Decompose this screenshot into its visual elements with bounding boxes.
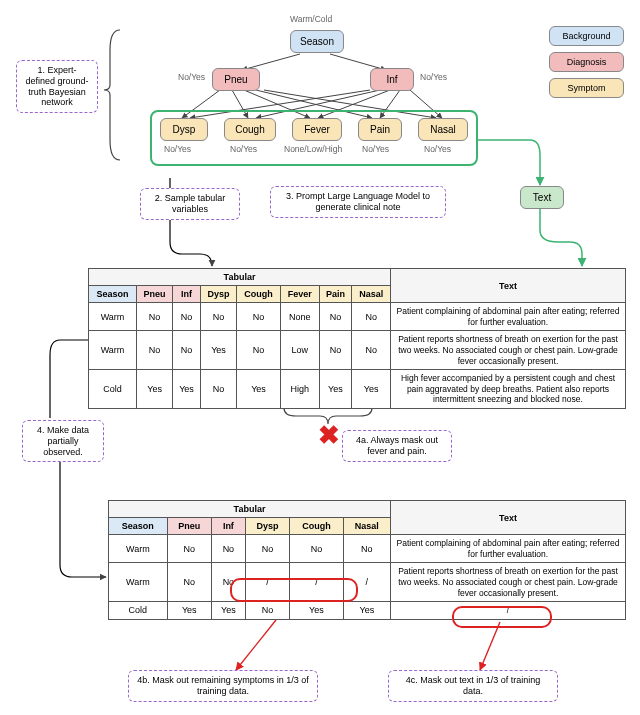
table-cell: Yes xyxy=(136,370,172,409)
table2-header: Dysp xyxy=(245,518,289,535)
table-row: WarmNoNo///Patient reports shortness of … xyxy=(109,563,626,602)
step-4b-box: 4b. Mask out remaining symptoms in 1/3 o… xyxy=(128,670,318,702)
table-cell: No xyxy=(245,602,289,620)
table-row: WarmNoNoYesNoLowNoNoPatient reports shor… xyxy=(89,331,626,370)
step-4-box: 4. Make data partially observed. xyxy=(22,420,104,462)
table2-header: Cough xyxy=(290,518,344,535)
node-nasal: Nasal xyxy=(418,118,468,141)
table-cell: Yes xyxy=(237,370,281,409)
table-cell: / xyxy=(343,563,390,602)
step-3-text: 3. Prompt Large Language Model to genera… xyxy=(286,191,430,212)
table-cell: Cold xyxy=(109,602,168,620)
dysp-vals-label: No/Yes xyxy=(164,144,191,154)
table2-header: Season xyxy=(109,518,168,535)
table-row: ColdYesYesNoYesHighYesYesHigh fever acco… xyxy=(89,370,626,409)
step-4c-box: 4c. Mask out text in 1/3 of training dat… xyxy=(388,670,558,702)
table-text-cell: Patient complaining of abdominal pain af… xyxy=(391,303,626,331)
step-4a-box: 4a. Always mask out fever and pain. xyxy=(342,430,452,462)
table-cell: / xyxy=(245,563,289,602)
table-cell: Yes xyxy=(343,602,390,620)
table-cell: No xyxy=(173,303,201,331)
table1-header: Season xyxy=(89,286,137,303)
table-cell: No xyxy=(136,331,172,370)
node-dysp: Dysp xyxy=(160,118,208,141)
svg-line-12 xyxy=(236,620,276,670)
node-fever: Fever xyxy=(292,118,342,141)
inf-vals-label: No/Yes xyxy=(420,72,447,82)
table-cell: No xyxy=(167,563,211,602)
table-text-cell: Patient reports shortness of breath on e… xyxy=(391,563,626,602)
table-row: ColdYesYesNoYesYes/ xyxy=(109,602,626,620)
node-season: Season xyxy=(290,30,344,53)
step-1-text: 1. Expert-defined ground-truth Bayesian … xyxy=(25,65,88,107)
table-text-cell: / xyxy=(391,602,626,620)
table-cell: No xyxy=(343,535,390,563)
table-cell: No xyxy=(290,535,344,563)
table2-header: Pneu xyxy=(167,518,211,535)
step-4b-text: 4b. Mask out remaining symptoms in 1/3 o… xyxy=(137,675,309,696)
table-cell: No xyxy=(173,331,201,370)
step-2-text: 2. Sample tabular variables xyxy=(155,193,226,214)
table-cell: High xyxy=(280,370,319,409)
table1-header: Dysp xyxy=(200,286,236,303)
table-cell: Yes xyxy=(319,370,352,409)
table-cell: None xyxy=(280,303,319,331)
table-row: WarmNoNoNoNoNoneNoNoPatient complaining … xyxy=(89,303,626,331)
step-4c-text: 4c. Mask out text in 1/3 of training dat… xyxy=(406,675,541,696)
step-4a-text: 4a. Always mask out fever and pain. xyxy=(356,435,438,456)
table1-header: Pneu xyxy=(136,286,172,303)
table-cell: No xyxy=(352,303,391,331)
node-text: Text xyxy=(520,186,564,209)
step-2-box: 2. Sample tabular variables xyxy=(140,188,240,220)
table1-super-tabular: Tabular xyxy=(89,269,391,286)
table-cell: No xyxy=(200,303,236,331)
season-vals-label: Warm/Cold xyxy=(290,14,332,24)
legend-background: Background xyxy=(549,26,624,46)
table2-super-text: Text xyxy=(391,501,626,535)
table2-super-tabular: Tabular xyxy=(109,501,391,518)
legend: Background Diagnosis Symptom xyxy=(549,26,624,98)
table-cell: Warm xyxy=(89,303,137,331)
table-cell: No xyxy=(352,331,391,370)
diagram-root: 1. Expert-defined ground-truth Bayesian … xyxy=(10,10,630,705)
nasal-vals-label: No/Yes xyxy=(424,144,451,154)
legend-diagnosis: Diagnosis xyxy=(549,52,624,72)
table1-header: Cough xyxy=(237,286,281,303)
table-cell: Warm xyxy=(109,535,168,563)
table1-header: Nasal xyxy=(352,286,391,303)
table1-header: Inf xyxy=(173,286,201,303)
table-row: WarmNoNoNoNoNoPatient complaining of abd… xyxy=(109,535,626,563)
step-1-box: 1. Expert-defined ground-truth Bayesian … xyxy=(16,60,98,113)
table-cell: No xyxy=(136,303,172,331)
fever-vals-label: None/Low/High xyxy=(284,144,342,154)
table2-header: Inf xyxy=(211,518,245,535)
step-3-box: 3. Prompt Large Language Model to genera… xyxy=(270,186,446,218)
table-cell: No xyxy=(200,370,236,409)
table-cell: Cold xyxy=(89,370,137,409)
node-pain: Pain xyxy=(358,118,402,141)
table-cell: No xyxy=(167,535,211,563)
table-cell: / xyxy=(290,563,344,602)
table-cell: No xyxy=(237,331,281,370)
step-4-text: 4. Make data partially observed. xyxy=(37,425,89,457)
cough-vals-label: No/Yes xyxy=(230,144,257,154)
table-cell: Yes xyxy=(200,331,236,370)
table1-header: Pain xyxy=(319,286,352,303)
table-cell: Yes xyxy=(352,370,391,409)
table-cell: No xyxy=(211,535,245,563)
table-cell: Yes xyxy=(173,370,201,409)
table1-super-text: Text xyxy=(391,269,626,303)
table-cell: No xyxy=(237,303,281,331)
mask-cross-icon: ✖ xyxy=(318,420,340,451)
table-cell: Yes xyxy=(290,602,344,620)
table2-header: Nasal xyxy=(343,518,390,535)
table-cell: No xyxy=(319,303,352,331)
table-cell: Low xyxy=(280,331,319,370)
table-cell: Warm xyxy=(89,331,137,370)
table-cell: No xyxy=(319,331,352,370)
pain-vals-label: No/Yes xyxy=(362,144,389,154)
table-cell: No xyxy=(211,563,245,602)
table-text-cell: Patient reports shortness of breath on e… xyxy=(391,331,626,370)
node-pneu: Pneu xyxy=(212,68,260,91)
table-cell: Yes xyxy=(167,602,211,620)
